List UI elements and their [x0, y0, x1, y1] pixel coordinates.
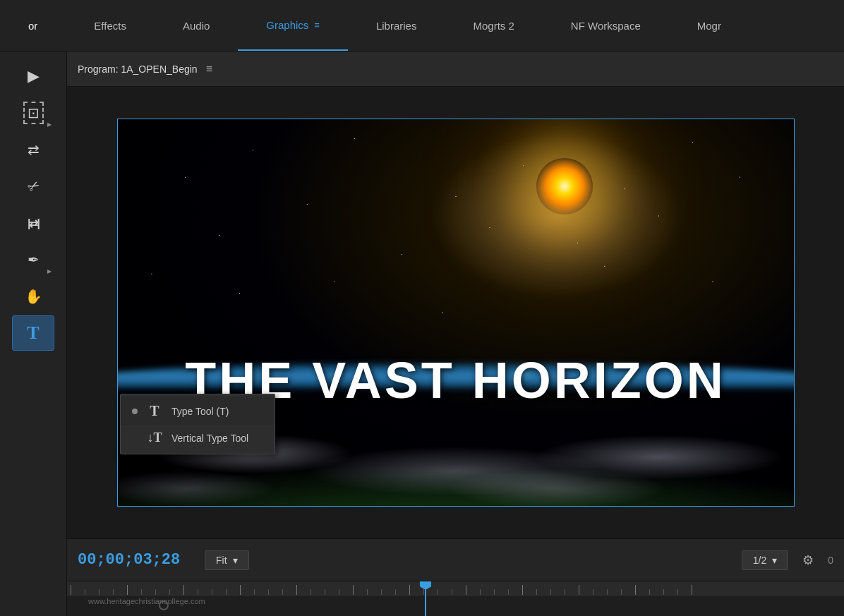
bottom-controls-bar: 00;00;03;28 Fit ▾ 1/2 ▾ ⚙ 0: [67, 538, 844, 581]
nav-item-or[interactable]: or: [0, 0, 66, 51]
tick: [254, 589, 268, 595]
timeline-bar: www.heritagechristiancollege.com: [67, 581, 844, 616]
selection-tool-icon: ▶: [28, 67, 40, 85]
tick: [155, 589, 169, 595]
type-tool-context-menu: T Type Tool (T) ↓T Vertical Type Tool: [120, 394, 275, 454]
tick: [113, 589, 127, 595]
tick: [339, 589, 353, 595]
pen-submenu-arrow-icon: ▶: [47, 268, 52, 274]
tick: [494, 589, 508, 595]
fit-dropdown[interactable]: Fit ▾: [205, 550, 249, 570]
vertical-type-tool-menu-item[interactable]: ↓T Vertical Type Tool: [121, 425, 275, 451]
resolution-dropdown[interactable]: 1/2 ▾: [742, 550, 788, 570]
additional-controls: 0: [828, 555, 833, 566]
program-header: Program: 1A_OPEN_Begin ≡: [67, 52, 844, 87]
tick: [212, 589, 226, 595]
timecode-display: 00;00;03;28: [78, 551, 191, 569]
settings-icon[interactable]: ⚙: [802, 552, 814, 568]
fit-dropdown-arrow-icon: ▾: [233, 555, 238, 566]
tick: [508, 589, 522, 595]
type-tool-menu-icon: T: [146, 403, 163, 419]
tick: [381, 589, 395, 595]
vertical-type-tool-icon: ↓T: [146, 430, 163, 445]
main-layout: ▶ ⊡ ▶ ⇄ ✂ |⇄| ✒ ▶ ✋ T Program: 1A_OPEN_B…: [0, 52, 844, 616]
video-area: THE VAST HORIZON T Type Tool (T) ↓T Vert…: [67, 87, 844, 538]
tick-major: [240, 585, 254, 595]
tick-major: [71, 585, 85, 595]
tick: [226, 589, 240, 595]
tick: [621, 589, 635, 595]
razor-tool-button[interactable]: ✂: [12, 169, 54, 204]
tick-major: [522, 585, 536, 595]
tick: [395, 589, 409, 595]
nav-item-mogr[interactable]: Mogr: [669, 0, 749, 51]
slip-tool-button[interactable]: |⇄|: [12, 205, 54, 241]
tick: [367, 589, 381, 595]
graphics-menu-icon[interactable]: ≡: [314, 20, 320, 30]
tick: [536, 589, 550, 595]
pen-icon: ✒: [28, 251, 40, 268]
program-title: Program: 1A_OPEN_Begin: [78, 64, 198, 75]
tick: [325, 589, 339, 595]
nav-item-mogrts2[interactable]: Mogrts 2: [445, 0, 542, 51]
ripple-tool-button[interactable]: ⇄: [12, 132, 54, 167]
watermark-text: www.heritagechristiancollege.com: [88, 597, 205, 605]
tick: [452, 589, 466, 595]
type-tool-icon: T: [27, 322, 39, 344]
tick: [550, 589, 565, 595]
tick-major: [127, 585, 141, 595]
track-select-icon: ⊡: [23, 102, 44, 124]
ripple-icon: ⇄: [28, 141, 40, 158]
vertical-type-tool-label: Vertical Type Tool: [171, 433, 248, 444]
tick: [593, 589, 607, 595]
playhead[interactable]: [420, 581, 431, 596]
playhead-marker: [420, 581, 431, 590]
tick: [663, 589, 677, 595]
hand-icon: ✋: [25, 288, 42, 305]
tick: [99, 589, 113, 595]
toolbar: ▶ ⊡ ▶ ⇄ ✂ |⇄| ✒ ▶ ✋ T: [0, 52, 67, 616]
tick: [565, 589, 579, 595]
tick-major: [296, 585, 311, 595]
sun-glow: [536, 158, 593, 215]
nav-item-nf-workspace[interactable]: NF Workspace: [543, 0, 669, 51]
nav-item-audio[interactable]: Audio: [155, 0, 238, 51]
tick: [282, 589, 296, 595]
tick: [85, 589, 99, 595]
top-nav: or Effects Audio Graphics ≡ Libraries Mo…: [0, 0, 844, 52]
content-area: Program: 1A_OPEN_Begin ≡ THE VAST HORIZO…: [67, 52, 844, 616]
tick: [607, 589, 621, 595]
tick-major: [635, 585, 649, 595]
tick: [198, 589, 212, 595]
tick-major: [353, 585, 367, 595]
razor-icon: ✂: [24, 176, 43, 196]
type-tool-menu-item[interactable]: T Type Tool (T): [121, 397, 275, 425]
tick-major: [466, 585, 480, 595]
tick: [169, 589, 183, 595]
tick: [677, 589, 692, 595]
tick: [268, 589, 282, 595]
playhead-line: [425, 590, 426, 616]
selected-indicator: [132, 409, 138, 414]
tick: [311, 589, 325, 595]
tick-major: [183, 585, 198, 595]
selection-tool-button[interactable]: ▶: [12, 59, 54, 94]
timeline-ticks: [67, 581, 844, 595]
nav-item-graphics[interactable]: Graphics ≡: [238, 0, 348, 51]
type-tool-label: Type Tool (T): [171, 406, 229, 417]
timeline-ruler: [67, 581, 844, 596]
resolution-dropdown-arrow-icon: ▾: [772, 555, 777, 566]
hand-tool-button[interactable]: ✋: [12, 279, 54, 314]
tick-major: [692, 585, 706, 595]
submenu-arrow-icon: ▶: [47, 121, 52, 128]
tick-major: [579, 585, 593, 595]
track-select-tool-button[interactable]: ⊡ ▶: [12, 95, 54, 131]
nav-item-libraries[interactable]: Libraries: [348, 0, 445, 51]
nav-item-effects[interactable]: Effects: [66, 0, 155, 51]
pen-tool-button[interactable]: ✒ ▶: [12, 242, 54, 277]
type-tool-button[interactable]: T: [12, 315, 54, 351]
tick: [141, 589, 155, 595]
tick: [480, 589, 494, 595]
program-menu-icon[interactable]: ≡: [206, 63, 212, 76]
tick: [438, 589, 452, 595]
